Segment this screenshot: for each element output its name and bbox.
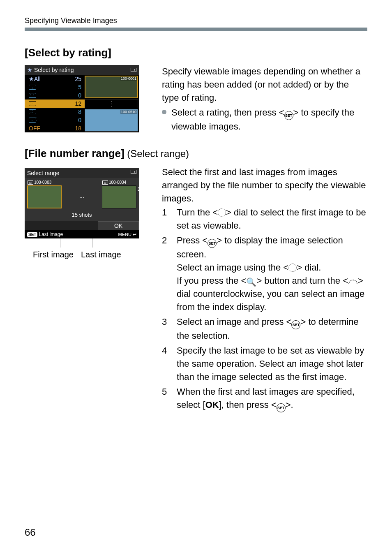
main-dial-icon: [348, 278, 358, 285]
rating-row-5[interactable]: 0: [25, 116, 85, 124]
magnify-icon: 🔍: [246, 278, 256, 286]
thumb-separator: ···: [85, 99, 138, 108]
section2-title: [File number range] (Select range): [25, 147, 367, 160]
section1-bullet: Select a rating, then press <SET> to spe…: [171, 106, 367, 133]
range-thumb-last[interactable]: ⊟100-0034 17: [102, 185, 136, 208]
page-number: 66: [25, 527, 36, 538]
rating-row-1[interactable]: 5: [25, 83, 85, 91]
set-icon: SET: [208, 239, 217, 248]
range-last-label: Last image: [39, 231, 63, 237]
step-1: Turn the <> dial to select the first ima…: [177, 206, 367, 232]
step-4: Specify the last image to be set as view…: [177, 344, 367, 384]
caption-first: First image: [33, 250, 74, 259]
star-icon: ★: [27, 67, 32, 73]
rating2-icon: [29, 93, 36, 98]
rating3-icon: [29, 101, 36, 106]
range-screen-title: Select range: [27, 170, 60, 176]
quick-dial-icon: [288, 264, 297, 272]
card-icon: 1: [131, 170, 136, 174]
step-5: When the first and last images are speci…: [177, 385, 367, 412]
menu-button[interactable]: MENU: [118, 232, 131, 237]
rating-row-2[interactable]: 0: [25, 91, 85, 99]
return-icon: ↩: [133, 232, 136, 237]
key-icon: ⊟: [102, 180, 108, 185]
rating-row-all[interactable]: ★All25: [25, 75, 85, 83]
caption-last: Last image: [81, 250, 121, 259]
range-thumb-first[interactable]: 3 ⊟100-0003: [27, 185, 62, 208]
ok-button[interactable]: OK: [98, 221, 139, 230]
key-icon: ⊟: [28, 180, 33, 185]
rating-row-off[interactable]: OFF18: [25, 124, 85, 132]
quick-dial-icon: [218, 208, 226, 217]
step-3: Select an image and press <SET> to deter…: [177, 315, 367, 342]
section1-title: [Select by rating]: [25, 46, 367, 59]
set-button[interactable]: SET: [27, 232, 37, 237]
range-shots: 15 shots: [27, 208, 136, 220]
rating-screen: ★Select by rating 1 ★All25 5 0 12 8 0 OF…: [25, 65, 139, 132]
thumb-last: 100-0510: [85, 109, 138, 132]
rating1-icon: [29, 85, 36, 90]
card-icon: 1: [131, 68, 136, 72]
rating-row-3[interactable]: 12: [25, 99, 85, 108]
rating-row-4[interactable]: 8: [25, 108, 85, 116]
section2-intro: Select the first and last images from im…: [162, 166, 367, 205]
dots-icon: ···: [79, 194, 84, 200]
bullet-icon: [162, 110, 166, 114]
step-2: Press <SET> to display the image selecti…: [177, 234, 367, 314]
set-icon: SET: [291, 320, 300, 329]
rating5-icon: [29, 118, 36, 123]
callout-lines: [25, 238, 139, 250]
running-head: Specifying Viewable Images: [25, 16, 367, 25]
rating4-icon: [29, 109, 36, 114]
range-screen: Select range 1 3 ⊟100-0003 ··· ⊟100-0034…: [25, 168, 139, 238]
set-icon: SET: [284, 111, 293, 120]
thumb-first: 100-0001: [85, 76, 138, 98]
set-icon: SET: [277, 403, 286, 412]
header-rule: [25, 28, 367, 31]
section1-intro: Specify viewable images depending on whe…: [162, 65, 367, 104]
rating-screen-title: Select by rating: [34, 67, 74, 73]
